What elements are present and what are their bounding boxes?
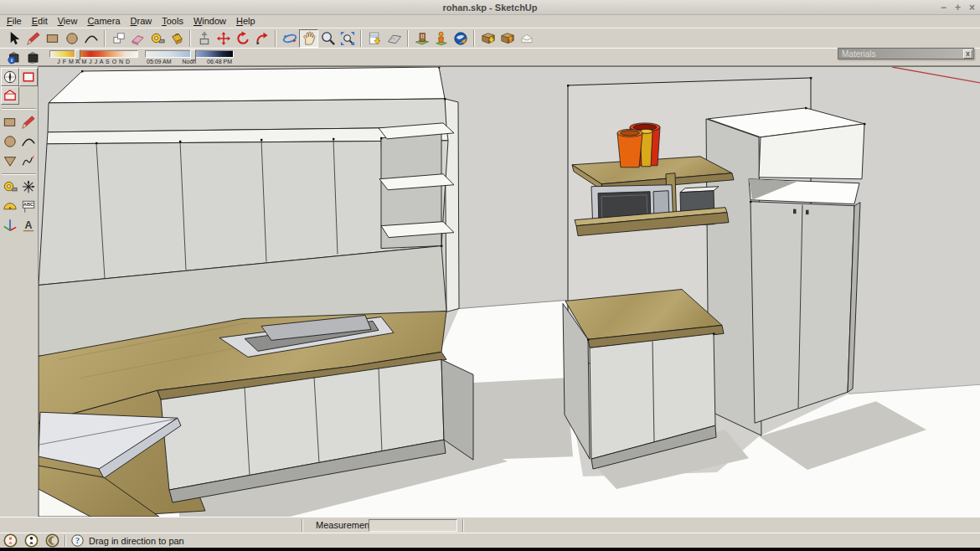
palette-tape-measure-button[interactable] bbox=[1, 178, 19, 196]
text-icon: ABC bbox=[20, 198, 37, 214]
arc-tool-button[interactable] bbox=[81, 29, 101, 48]
google-earth-button[interactable] bbox=[451, 29, 470, 48]
materials-close-icon[interactable]: x bbox=[963, 49, 972, 59]
palette-freehand-button[interactable] bbox=[19, 152, 38, 170]
viewport-canvas[interactable] bbox=[39, 67, 980, 517]
move-icon bbox=[215, 30, 232, 47]
palette-arc-button[interactable] bbox=[19, 132, 38, 151]
time-slider-thumb[interactable] bbox=[190, 49, 196, 60]
shadow-toggle-button[interactable] bbox=[23, 49, 43, 66]
menu-view[interactable]: View bbox=[53, 15, 83, 28]
palette-text-button[interactable]: ABC bbox=[19, 197, 38, 215]
shadow-settings-button[interactable]: i bbox=[4, 49, 23, 66]
palette-dimension-button[interactable] bbox=[19, 178, 38, 196]
menu-edit[interactable]: Edit bbox=[27, 15, 53, 28]
add-location-button[interactable] bbox=[431, 29, 451, 48]
window-title: rohan.skp - SketchUp bbox=[442, 3, 537, 13]
palette-separator bbox=[2, 108, 36, 110]
paint-bucket-button[interactable] bbox=[167, 29, 186, 48]
menu-draw[interactable]: Draw bbox=[126, 15, 157, 28]
tape-measure-button[interactable] bbox=[147, 29, 167, 48]
get-models-button[interactable] bbox=[478, 29, 498, 48]
time-slider-track[interactable] bbox=[145, 50, 234, 58]
push-pull-icon bbox=[196, 30, 213, 47]
soffit-top bbox=[49, 67, 445, 103]
zoom-extents-button[interactable] bbox=[338, 29, 357, 48]
compass-view-button[interactable] bbox=[1, 68, 19, 86]
shadow-toggle-icon bbox=[25, 49, 41, 65]
circle-icon bbox=[64, 30, 80, 47]
shadow-month-slider-group: J F M A M J J A S O N D bbox=[49, 49, 138, 64]
minimize-button[interactable]: − bbox=[941, 0, 946, 15]
dimension-icon bbox=[20, 178, 37, 195]
rectangle-tool-button[interactable] bbox=[43, 29, 62, 48]
toggle-terrain-icon bbox=[386, 30, 403, 47]
iso-view-button[interactable] bbox=[1, 86, 19, 105]
eraser-tool-button[interactable] bbox=[128, 29, 147, 48]
front-view-button[interactable] bbox=[19, 68, 38, 86]
offset-tool-button[interactable] bbox=[252, 29, 271, 48]
tape-measure-icon bbox=[2, 178, 18, 195]
materials-panel-header[interactable]: Materials x bbox=[838, 48, 974, 59]
photo-textures-button[interactable] bbox=[412, 29, 431, 48]
google-earth-icon bbox=[452, 30, 469, 47]
month-slider-track[interactable] bbox=[49, 50, 138, 58]
title-bar[interactable]: rohan.skp - SketchUp − + × bbox=[0, 0, 980, 15]
select-icon bbox=[6, 30, 23, 47]
main-toolbar bbox=[0, 28, 980, 48]
tall-cabinet bbox=[706, 108, 864, 435]
location-figure-icon[interactable] bbox=[3, 533, 18, 548]
get-current-view-button[interactable] bbox=[365, 29, 384, 48]
share-models-button[interactable] bbox=[498, 29, 517, 48]
shadows-toolbar: i J F M A M J J A S O N D 05:09 AM Noon … bbox=[0, 48, 980, 66]
menu-tools[interactable]: Tools bbox=[157, 15, 188, 28]
measurements-input[interactable] bbox=[369, 519, 457, 532]
circle-tool-button[interactable] bbox=[62, 29, 81, 48]
toolbar-separator bbox=[473, 30, 475, 47]
make-component-icon bbox=[111, 30, 127, 47]
toolbar-separator bbox=[275, 30, 276, 47]
select-tool-button[interactable] bbox=[4, 29, 23, 48]
credit-figure-icon[interactable] bbox=[24, 533, 39, 548]
viewport bbox=[39, 66, 980, 517]
palette-3d-text-button[interactable]: A bbox=[19, 216, 38, 234]
materials-panel-title: Materials bbox=[838, 49, 963, 59]
move-tool-button[interactable] bbox=[214, 29, 233, 48]
building-maker-button[interactable] bbox=[517, 29, 536, 48]
palette-axes-button[interactable] bbox=[1, 216, 19, 234]
tall-cabinet-doors bbox=[750, 202, 854, 424]
share-models-icon bbox=[499, 30, 516, 47]
shadow-settings-icon: i bbox=[6, 49, 22, 65]
time-scale-labels: 05:09 AM Noon 06:48 PM bbox=[145, 59, 234, 64]
push-pull-button[interactable] bbox=[194, 29, 214, 48]
maximize-button[interactable]: + bbox=[955, 0, 961, 15]
zoom-tool-button[interactable] bbox=[318, 29, 338, 48]
measurements-divider bbox=[302, 519, 303, 532]
month-scale-labels: J F M A M J J A S O N D bbox=[49, 59, 138, 64]
orbit-tool-button[interactable] bbox=[280, 29, 299, 48]
palette-protractor-button[interactable] bbox=[1, 197, 19, 215]
help-icon[interactable]: ? bbox=[71, 534, 84, 547]
month-slider-thumb[interactable] bbox=[75, 49, 80, 60]
menu-bar: File Edit View Camera Draw Tools Window … bbox=[0, 15, 980, 28]
close-button[interactable]: × bbox=[969, 0, 975, 15]
palette-line-button[interactable] bbox=[19, 113, 38, 131]
pan-tool-button[interactable] bbox=[299, 29, 318, 48]
palette-polygon-button[interactable] bbox=[1, 152, 19, 170]
orange-vase bbox=[617, 129, 642, 167]
pan-hand-icon bbox=[301, 30, 317, 47]
line-tool-button[interactable] bbox=[23, 29, 43, 48]
menu-window[interactable]: Window bbox=[188, 15, 231, 28]
palette-circle-button[interactable] bbox=[1, 132, 19, 151]
palette-rectangle-button[interactable] bbox=[1, 113, 19, 131]
menu-camera[interactable]: Camera bbox=[82, 15, 125, 28]
menu-help[interactable]: Help bbox=[231, 15, 260, 28]
tape-measure-icon bbox=[149, 30, 166, 47]
measurements-divider bbox=[462, 519, 464, 532]
moon-crescent-icon[interactable] bbox=[45, 533, 59, 548]
toggle-terrain-button[interactable] bbox=[384, 29, 404, 48]
menu-file[interactable]: File bbox=[2, 15, 27, 28]
make-component-button[interactable] bbox=[109, 29, 128, 48]
measurements-label: Measurements bbox=[316, 519, 377, 532]
rotate-tool-button[interactable] bbox=[233, 29, 252, 48]
